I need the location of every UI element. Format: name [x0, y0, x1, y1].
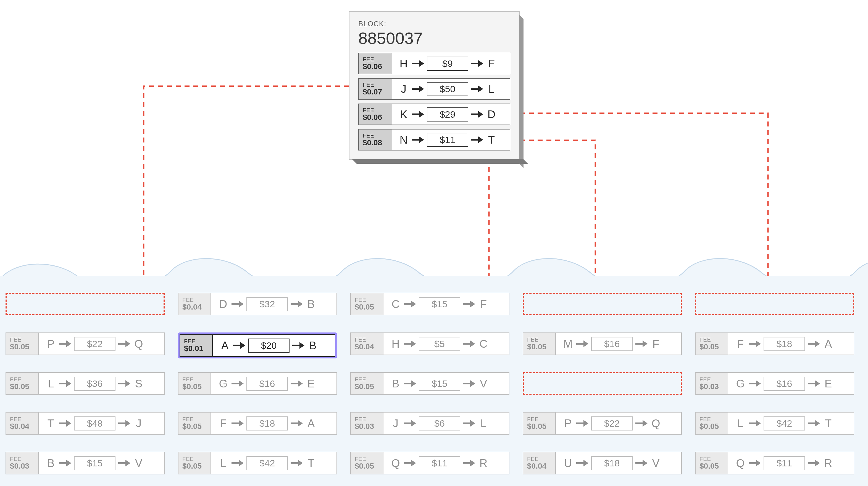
arrow-icon [290, 301, 303, 307]
tx-amount: $18 [246, 416, 288, 430]
arrow-icon [463, 380, 475, 387]
tx-body: J $6 L [383, 413, 509, 434]
tx-amount: $9 [427, 57, 468, 71]
tx-to: V [133, 457, 144, 469]
tx-to: L [486, 83, 497, 95]
fee-amount: $0.06 [363, 62, 391, 71]
tx-amount: $36 [74, 377, 116, 391]
arrow-icon [290, 380, 303, 387]
tx-from: L [218, 457, 229, 469]
fee-label-text: FEE [355, 377, 383, 383]
tx-tile: FEE $0.07 J $50 L [358, 78, 510, 100]
fee-amount: $0.08 [363, 138, 391, 147]
fee-label-text: FEE [527, 416, 555, 422]
removed-tx-slot [695, 293, 854, 315]
tx-amount: $22 [591, 416, 632, 430]
removed-tx-slot [523, 293, 682, 315]
arrow-icon [412, 60, 424, 67]
fee-amount: $0.05 [527, 343, 555, 351]
fee-label-text: FEE [355, 416, 383, 422]
tx-from: B [45, 457, 56, 469]
tx-tile: FEE $0.05 L $36 S [5, 372, 165, 395]
tx-body: A $20 B [213, 335, 335, 356]
arrow-icon [471, 86, 483, 92]
tx-to: A [823, 338, 834, 350]
fee-cell: FEE $0.05 [351, 452, 383, 474]
fee-cell: FEE $0.04 [523, 452, 556, 474]
tx-amount: $48 [74, 416, 116, 430]
tx-amount: $11 [427, 133, 468, 147]
fee-cell: FEE $0.04 [179, 293, 211, 315]
tx-to: F [650, 338, 661, 350]
tx-from: P [562, 417, 574, 430]
fee-label-text: FEE [527, 456, 555, 462]
tx-amount: $18 [764, 337, 805, 351]
tx-body: B $15 V [383, 373, 509, 394]
fee-cell: FEE $0.01 [180, 335, 213, 356]
fee-cell: FEE $0.05 [179, 373, 211, 394]
tx-to: B [306, 298, 317, 311]
arrow-icon [59, 380, 71, 387]
fee-amount: $0.04 [182, 303, 211, 312]
arrow-icon [636, 420, 648, 427]
fee-label-text: FEE [10, 416, 38, 422]
tx-to: F [478, 298, 489, 311]
tx-body: D $32 B [211, 293, 337, 315]
arrow-icon [576, 341, 588, 347]
fee-label-text: FEE [10, 377, 38, 383]
tx-tile: FEE $0.04 U $18 V [523, 452, 682, 475]
arrow-icon [749, 460, 761, 466]
tx-from: H [390, 338, 401, 350]
tx-tile: FEE $0.04 D $32 B [178, 293, 337, 315]
fee-amount: $0.05 [10, 343, 38, 351]
tx-body: T $48 J [39, 413, 164, 434]
tx-tile: FEE $0.05 F $18 A [695, 332, 854, 355]
tx-from: G [735, 378, 746, 390]
tx-body: G $16 E [211, 373, 337, 394]
tx-amount: $5 [419, 337, 460, 351]
fee-label-text: FEE [527, 336, 555, 343]
tx-from: N [398, 134, 409, 146]
tx-tile: FEE $0.05 M $16 F [523, 332, 682, 355]
arrow-icon [59, 420, 71, 427]
arrow-icon [118, 460, 130, 466]
tx-from: Q [735, 457, 746, 469]
tx-to: E [823, 378, 834, 390]
fee-amount: $0.05 [355, 303, 383, 312]
arrow-icon [290, 420, 303, 427]
fee-cell: FEE $0.05 [6, 333, 39, 355]
arrow-icon [290, 460, 303, 466]
tx-to: D [486, 108, 497, 121]
tx-body: L $42 T [211, 452, 337, 474]
tx-from: D [218, 298, 229, 311]
fee-label-text: FEE [182, 377, 211, 383]
tx-amount: $16 [591, 337, 632, 351]
fee-cell: FEE $0.05 [523, 413, 556, 434]
tx-body: L $42 T [728, 413, 854, 434]
fee-label-text: FEE [10, 456, 38, 462]
tx-tile: FEE $0.05 C $15 F [350, 293, 509, 315]
tx-from: K [398, 108, 409, 121]
tx-body: H $5 C [383, 333, 509, 355]
tx-body: P $22 Q [556, 413, 681, 434]
tx-amount: $15 [419, 377, 460, 391]
fee-label-text: FEE [182, 297, 211, 303]
tx-from: J [398, 83, 409, 95]
tx-body: J $50 L [392, 79, 510, 99]
tx-tile: FEE $0.04 T $48 J [5, 412, 165, 435]
fee-cell: FEE $0.06 [359, 53, 392, 74]
fee-label-text: FEE [700, 377, 728, 383]
fee-amount: $0.05 [527, 422, 555, 431]
tx-to: C [478, 338, 489, 350]
fee-label-text: FEE [363, 82, 391, 88]
tx-to: R [823, 457, 834, 469]
tx-amount: $16 [246, 377, 288, 391]
fee-cell: FEE $0.04 [351, 333, 383, 355]
arrow-icon [404, 301, 416, 307]
arrow-icon [292, 342, 304, 349]
tx-to: T [823, 417, 834, 430]
tx-tile: FEE $0.05 Q $11 R [695, 452, 854, 475]
tx-from: H [398, 58, 409, 70]
tx-amount: $29 [427, 107, 468, 122]
fee-label-text: FEE [355, 297, 383, 303]
